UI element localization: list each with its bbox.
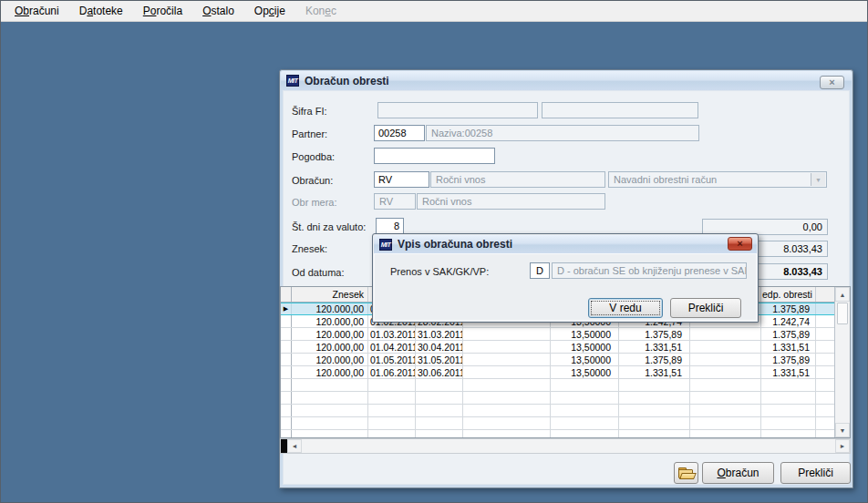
cell-empty [761,392,816,404]
prenos-desc-field: D - obračun SE ob knjiženju prenese v SA… [552,262,747,279]
menu-label: ije [274,5,285,17]
cell-znesek: 120.000,00 [292,328,368,340]
cell-znesek: 120.000,00 [292,366,368,378]
cell-empty [690,405,761,416]
horizontal-scrollbar[interactable]: ◄ ► [280,438,851,454]
header-znesek[interactable]: Znesek [292,287,368,302]
obracun-button[interactable]: Obračun [702,462,774,484]
table-row-empty[interactable] [281,405,834,417]
table-row[interactable]: 120.000,00 01.04.2011 30.04.2011 13,5000… [281,341,834,354]
row-selector-cell [281,379,292,391]
st-dni-input[interactable]: 8 [376,218,404,234]
cell-predp-obresti: 1.331,51 [761,366,816,378]
sifra-fi-label: Šifra FI: [292,106,327,117]
table-row-empty[interactable] [281,392,834,405]
cell-empty [416,417,463,429]
prenos-code-input[interactable]: D [530,262,550,279]
scroll-left-icon[interactable]: ◄ [287,439,302,453]
cell-do-datuma: 31.03.2011 [416,328,463,340]
modal-cancel-button[interactable]: Prekliči [670,298,741,318]
cell-obresti: 1.331,51 [619,366,690,378]
cell-empty [761,379,816,391]
cell-predp-obresti: 1.375,89 [761,303,816,314]
horizontal-scroll-track[interactable] [302,439,835,453]
vertical-scroll-thumb[interactable] [837,303,848,324]
cell-empty [463,354,551,365]
menu-datoteke[interactable]: Datoteke [69,2,133,20]
menu-opcije[interactable]: Opcije [244,2,295,20]
scroll-right-icon[interactable]: ► [835,439,850,453]
cell-od-datuma: 01.03.2011 [368,328,416,340]
table-row-empty[interactable] [281,430,834,437]
cell-predp-obresti: 1.375,89 [761,354,816,365]
ok-button[interactable]: V redu [588,298,663,318]
cell-empty [416,392,463,404]
cell-empty [690,392,761,404]
close-icon[interactable]: × [728,237,752,251]
menu-label: c [331,5,336,17]
cell-empty [761,430,816,437]
header-predp-obresti[interactable]: edp. obresti [761,287,816,302]
table-row[interactable]: 120.000,00 01.03.2011 31.03.2011 13,5000… [281,328,834,341]
cell-empty [292,379,368,391]
pogodba-input[interactable] [374,148,495,164]
cell-mera: 13,50000 [551,341,619,353]
cell-empty [551,417,619,429]
cell-empty [690,379,761,391]
sifra-fi-field-2 [542,102,698,118]
cell-empty [816,328,834,340]
row-selector-cell [281,430,292,437]
cell-empty [463,430,551,437]
table-row-empty[interactable] [281,417,834,430]
cell-empty [368,417,416,429]
chevron-down-icon: ▼ [811,173,825,186]
cell-od-datuma: 01.06.2011 [368,366,416,378]
cell-empty [416,405,463,416]
partner-name-field: Naziva:00258 [426,125,699,141]
sifra-fi-field-1 [377,102,538,118]
open-folder-icon [678,467,694,479]
znesek-label: Znesek: [292,243,327,254]
obracun-label: Obračun: [292,175,333,186]
horizontal-scroll-mark [281,439,287,453]
cell-empty [463,328,551,340]
menu-obracuni[interactable]: Obračuni [5,2,69,20]
modal-titlebar[interactable]: MIT Vpis obračuna obresti [374,235,757,253]
menu-ostalo[interactable]: Ostalo [192,2,244,20]
close-icon[interactable]: × [820,76,844,89]
obr-mera-code-field: RV [374,193,416,210]
cell-do-datuma: 31.05.2011 [416,354,463,365]
open-folder-button[interactable] [674,462,698,484]
partner-code-input[interactable]: 00258 [374,125,425,141]
pogodba-label: Pogodba: [292,151,335,162]
cell-empty [551,392,619,404]
scroll-down-icon[interactable]: ▼ [835,423,850,437]
table-row-empty[interactable] [281,379,834,392]
cell-empty [816,303,834,314]
cell-empty [816,417,834,429]
cell-znesek: 120.000,00 [292,315,368,327]
cell-empty [416,379,463,391]
obracun-type-combobox: Navadni obrestni račun ▼ [608,171,827,188]
cell-empty [551,379,619,391]
vertical-scrollbar[interactable]: ▲ ▼ [834,287,850,437]
scroll-up-icon[interactable]: ▲ [835,287,850,302]
row-selector-cell [281,354,292,365]
vertical-scroll-track[interactable] [835,325,850,423]
cell-empty [816,354,834,365]
table-row[interactable]: 120.000,00 01.06.2011 30.06.2011 13,5000… [281,366,834,379]
menu-porocila[interactable]: Poročila [133,2,192,20]
cell-obresti: 1.331,51 [619,341,690,353]
cell-predp-obresti: 1.242,74 [761,315,816,327]
cell-empty [292,392,368,404]
obracun-code-input[interactable]: RV [374,171,429,188]
cell-empty [690,417,761,429]
row-selector-cell [281,341,292,353]
dialog-titlebar[interactable]: MIT Obračun obresti [281,71,852,90]
cell-od-datuma: 01.05.2011 [368,354,416,365]
row-selector-cell [281,417,292,429]
table-row[interactable]: 120.000,00 01.05.2011 31.05.2011 13,5000… [281,354,834,366]
row-selector-icon: ▶ [281,303,292,314]
cancel-button[interactable]: Prekliči [780,462,851,484]
menu-label: toteke [93,5,123,17]
